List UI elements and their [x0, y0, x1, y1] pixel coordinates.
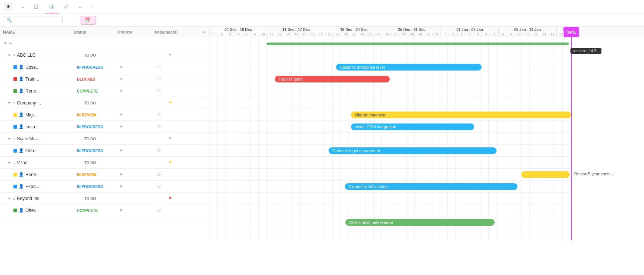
task-expa-gear-icon: ⚙	[157, 184, 161, 189]
add-column-button[interactable]: +	[198, 30, 209, 34]
company-status: TO DO	[82, 100, 127, 106]
task-onb-person-icon: 👤	[19, 148, 24, 153]
subgroup-scale-mar[interactable]: ▼ ≡ Scale Mar... TO DO ⚑	[0, 133, 209, 145]
subgroup-company[interactable]: ▼ ≡ Company ... TO DO ⚑	[0, 97, 209, 109]
account-tooltip: account · 14.2...	[570, 48, 601, 54]
column-headers: NAME Status Priority Assignee(s) +	[0, 27, 209, 37]
v-inc-status: TO DO	[82, 160, 127, 165]
add-view-button[interactable]	[99, 5, 105, 8]
task-expa-color-dot	[13, 185, 17, 188]
gantt-day-label: 24	[374, 32, 383, 36]
renew-label: Renew 5 year contr...	[574, 172, 613, 176]
gantt-day-label: 27	[399, 32, 408, 36]
task-onb[interactable]: 👤 Onb... IN PROGRESS ⚑ ⚙	[0, 145, 209, 157]
task-offer-status-badge: COMPLETE	[75, 208, 100, 213]
gantt-day-label: 8	[242, 32, 251, 36]
gantt-grid-line	[217, 37, 218, 240]
gantt-day-label: 19	[333, 32, 342, 36]
gantt-bar: Train IT team	[275, 76, 390, 82]
task-expa-name: Expa...	[25, 184, 39, 189]
task-train[interactable]: 👤 Train... BLOCKED ⚑ ⚙	[0, 73, 209, 85]
gantt-top-green-bar	[267, 43, 569, 45]
subgroup-abc-llc-name: ABC LLC	[17, 53, 35, 58]
task-offer-gear-icon: ⚙	[157, 207, 161, 213]
task-upsell[interactable]: 👤 Upse... IN PROGRESS ⚑ ⚙	[0, 61, 209, 73]
abc-list-icon: ≡	[13, 53, 15, 57]
task-rene2-gear-icon: ⚙	[157, 172, 161, 177]
task-rene1-color-dot	[13, 89, 17, 93]
task-rene2[interactable]: 👤 Rene... IN REVIEW ⚑ ⚙	[0, 169, 209, 181]
tab-gantt[interactable]: 📊	[45, 1, 59, 12]
task-offer-status: COMPLETE	[75, 208, 119, 213]
left-panel: NAME Status Priority Assignee(s) + ▼ ≡ ▼…	[0, 27, 209, 275]
task-train-person-icon: 👤	[19, 76, 24, 81]
gantt-day-label: 15	[300, 32, 308, 36]
task-onb-flag-icon: ⚑	[119, 149, 123, 153]
chevron-down-icon: ▼	[4, 41, 7, 45]
abc-llc-status-badge: TO DO	[82, 53, 98, 58]
task-migr[interactable]: 👤 Migr... IN REVIEW ⚑ ⚙	[0, 109, 209, 121]
task-expa-status: IN PROGRESS	[75, 184, 119, 189]
gantt-bar: Migrate database	[351, 112, 571, 118]
tab-accounts[interactable]: ≡	[18, 1, 29, 12]
more-options-button[interactable]	[65, 19, 68, 21]
task-upsell-person-icon: 👤	[19, 65, 24, 69]
task-insta-flag-icon: ⚑	[119, 125, 123, 129]
task-migr-status: IN REVIEW	[75, 112, 119, 118]
week-day-button[interactable]: 📅	[81, 16, 96, 25]
gantt-grid-line	[488, 37, 489, 240]
task-offer[interactable]: 👤 Offer... COMPLETE ⚑ ⚙	[0, 204, 209, 216]
gantt-header: 04 Dec - 10 Dec4567891011 Dec - 17 Dec11…	[209, 27, 644, 37]
task-expa-flag-icon: ⚑	[119, 184, 123, 189]
task-insta[interactable]: 👤 Insta... IN PROGRESS ⚑ ⚙	[0, 121, 209, 133]
task-insta-status-badge: IN PROGRESS	[75, 124, 105, 130]
gantt-bar: Offer trial of new feature	[345, 219, 495, 226]
gantt-day-label: 31	[432, 32, 441, 36]
scale-list-icon: ≡	[13, 137, 15, 141]
today-button[interactable]	[70, 18, 78, 22]
subgroup-company-cell: ▼ ≡ Company ...	[7, 100, 82, 106]
task-offer-name: Offer...	[25, 208, 39, 213]
search-box[interactable]: 🔍	[3, 16, 63, 24]
gantt-day-label: 2	[449, 32, 457, 36]
tab-accounts-per-stage[interactable]: 📈	[60, 1, 74, 12]
gantt-day-label: 23	[366, 32, 374, 36]
gantt-month-group: 18 Dec - 24 Dec18192021222324	[325, 27, 383, 37]
gantt-grid-line	[291, 37, 292, 240]
tab-board[interactable]: □	[87, 1, 99, 12]
tab-getting-started[interactable]: 📋	[30, 1, 44, 12]
task-expa-person-icon: 👤	[19, 184, 24, 189]
company-list-icon: ≡	[13, 101, 15, 105]
chevron-scale-icon: ▼	[7, 137, 11, 141]
gantt-grid-line	[554, 37, 554, 240]
task-train-status-badge: BLOCKED	[75, 76, 97, 82]
tab-timeline[interactable]: ≡	[75, 1, 86, 12]
task-migr-person-icon: 👤	[19, 112, 24, 117]
subgroup-beyond-inc[interactable]: ▼ ≡ Beyond Inc. TO DO ⚑	[0, 193, 209, 204]
task-rene1[interactable]: 👤 Rene... COMPLETE ⚑ ⚙	[0, 85, 209, 97]
gantt-bar: Onboard legal department	[329, 147, 497, 154]
gantt-month-label: 25 Dec - 31 Dec	[383, 27, 441, 32]
col-name-header: NAME	[0, 30, 74, 34]
gantt-bar: Install CRM integration	[351, 124, 474, 130]
subgroup-abc-llc[interactable]: ▼ ≡ ABC LLC TO DO ⚑	[0, 49, 209, 61]
task-onb-name-cell: 👤 Onb...	[0, 148, 75, 153]
col-priority-header: Priority	[118, 30, 154, 34]
task-expa-name-cell: 👤 Expa...	[0, 184, 75, 189]
beyond-inc-assignee: ⚑	[164, 196, 209, 201]
task-rene1-status: COMPLETE	[75, 88, 119, 94]
task-migr-name-cell: 👤 Migr...	[0, 112, 75, 118]
task-rene1-gear-icon: ⚙	[157, 88, 161, 94]
group-account[interactable]: ▼ ≡	[0, 37, 209, 49]
gantt-day-label: 28	[408, 32, 416, 36]
gantt-day-label: 9	[507, 32, 515, 36]
subgroup-v-inc[interactable]: ▼ ≡ V Inc. TO DO ⚑	[0, 157, 209, 169]
gantt-day-label: 14	[548, 32, 556, 36]
gantt-grid-line	[316, 37, 316, 240]
gantt-month-label: 01 Jan - 07 Jan	[441, 27, 498, 32]
gantt-month-label: 18 Dec - 24 Dec	[325, 27, 383, 32]
gantt-grid-line	[209, 37, 209, 240]
task-rene1-name-cell: 👤 Rene...	[0, 88, 75, 94]
task-expa[interactable]: 👤 Expa... IN PROGRESS ⚑ ⚙	[0, 181, 209, 193]
chevron-v-icon: ▼	[7, 161, 11, 165]
